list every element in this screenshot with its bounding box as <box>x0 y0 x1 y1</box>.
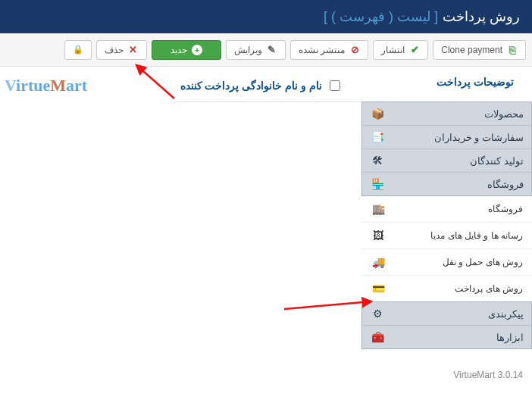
menu-sub-shop: فروشگاه🏬رسانه ها و فایل های مدیا🖼روش های… <box>361 196 532 301</box>
publish-button[interactable]: ✔انتشار <box>373 40 428 60</box>
sidebar-item[interactable]: فروشگاه🏬 <box>361 196 532 223</box>
lock-button[interactable] <box>64 40 92 60</box>
virtuemart-logo: VirtueMart <box>5 76 87 95</box>
sidebar-group-item[interactable]: فروشگاه🏪 <box>362 173 531 195</box>
logo-cell: VirtueMart <box>0 76 167 95</box>
sidebar-item-label: فروشگاه <box>488 204 523 214</box>
sidebar-item-label: محصولات <box>484 108 524 120</box>
select-all-checkbox[interactable] <box>330 80 340 91</box>
version-text: VirtueMart 3.0.14 <box>453 370 523 380</box>
sidebar-item-icon: 🛠 <box>370 155 385 167</box>
sidebar-item-icon: 🏪 <box>370 178 385 190</box>
svg-line-1 <box>284 301 371 309</box>
sidebar-item-icon: 🖼 <box>371 230 386 242</box>
col-desc[interactable]: توضیحات پرداخت <box>351 76 532 95</box>
sidebar-item-label: روش های پرداخت <box>455 283 523 294</box>
sidebar-item[interactable]: روش های پرداخت💳 <box>361 276 532 301</box>
plus-icon: + <box>192 45 202 55</box>
sidebar-item-icon: 💳 <box>371 283 386 295</box>
toolbar: ✕حذف +جدید ویرایش ⊘منتشر نشده ✔انتشار Cl… <box>0 33 532 67</box>
sidebar-group-item[interactable]: پیکربندی⚙ <box>362 302 531 326</box>
sidebar-item-icon: 🏬 <box>371 203 386 215</box>
lock-icon <box>73 45 83 55</box>
page-header: روش پرداخت [ لیست ( فهرست ) ] <box>0 0 532 33</box>
sidebar-item-icon: 📑 <box>370 131 385 143</box>
content-area: توضیحات پرداخت نام و نام خانوادگی پرداخت… <box>0 67 532 102</box>
sidebar-item-label: سفارشات و خریداران <box>434 132 524 143</box>
page-context: [ لیست ( فهرست ) ] <box>324 8 438 25</box>
sidebar-item-icon: 🧰 <box>370 331 385 343</box>
sidebar-item-label: تولید کنندگان <box>470 155 524 167</box>
edit-button[interactable]: ویرایش <box>226 40 286 60</box>
sidebar-group-item[interactable]: ابزارها🧰 <box>362 326 531 348</box>
sidebar-group-item[interactable]: محصولات📦 <box>362 102 531 126</box>
sidebar-item[interactable]: رسانه ها و فایل های مدیا🖼 <box>361 223 532 249</box>
sidebar-item-icon: ⚙ <box>370 308 385 320</box>
page-title: روش پرداخت <box>443 8 520 25</box>
new-button[interactable]: +جدید <box>152 40 221 60</box>
pencil-icon <box>267 45 277 55</box>
sidebar-item-icon: 📦 <box>370 108 385 120</box>
menu-group-top: محصولات📦سفارشات و خریداران📑تولید کنندگان… <box>361 102 532 196</box>
sidebar-item-icon: 🚚 <box>371 256 386 268</box>
col-name-label[interactable]: نام و نام خانوادگی پرداخت کننده <box>180 80 322 92</box>
col-name: نام و نام خانوادگی پرداخت کننده <box>167 76 351 95</box>
sidebar-group-item[interactable]: تولید کنندگان🛠 <box>362 149 531 173</box>
sidebar-item[interactable]: روش های حمل و نقل🚚 <box>361 249 532 276</box>
sidebar: محصولات📦سفارشات و خریداران📑تولید کنندگان… <box>361 102 532 349</box>
sidebar-group-item[interactable]: سفارشات و خریداران📑 <box>362 126 531 149</box>
sidebar-item-label: فروشگاه <box>487 179 524 190</box>
sidebar-item-label: پیکربندی <box>488 308 524 320</box>
x-icon: ✕ <box>128 45 139 55</box>
sidebar-item-label: ابزارها <box>496 332 524 343</box>
check-icon: ✔ <box>409 45 420 55</box>
delete-button[interactable]: ✕حذف <box>96 40 147 60</box>
sidebar-item-label: روش های حمل و نقل <box>443 257 523 267</box>
sidebar-item-label: رسانه ها و فایل های مدیا <box>430 230 523 241</box>
table-header-row: توضیحات پرداخت نام و نام خانوادگی پرداخت… <box>0 67 532 102</box>
clone-button[interactable]: Clone payment <box>433 40 526 60</box>
copy-icon <box>507 45 518 55</box>
cancel-icon: ⊘ <box>349 45 360 55</box>
unpublish-button[interactable]: ⊘منتشر نشده <box>290 40 368 60</box>
menu-group-bottom: پیکربندی⚙ابزارها🧰 <box>361 301 532 349</box>
